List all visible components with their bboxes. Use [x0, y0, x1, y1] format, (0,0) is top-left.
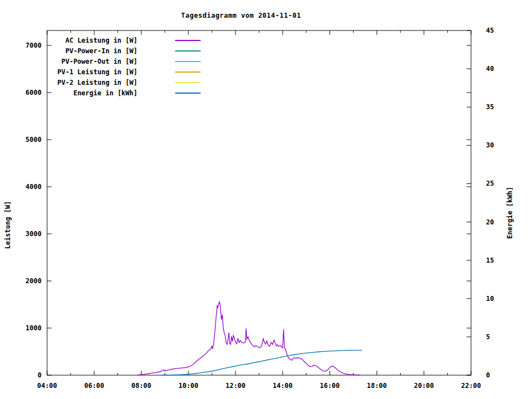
- legend-label: PV-2 Leistung in [W]: [47, 79, 137, 86]
- legend-row-energie: Energie in [kWh]: [47, 88, 201, 98]
- y2-tick-label: 10: [486, 295, 494, 303]
- series-line-energie-in-kwh: [162, 350, 362, 375]
- y1-tick-label: 5000: [25, 136, 42, 144]
- legend-label: AC Leistung in [W]: [47, 37, 137, 44]
- legend-label: PV-1 Leistung in [W]: [47, 68, 137, 76]
- x-tick-label: 20:00: [414, 382, 434, 390]
- legend-label: PV-Power-In in [W]: [47, 47, 137, 55]
- x-tick-label: 04:00: [37, 382, 57, 390]
- x-tick-label: 10:00: [178, 382, 198, 390]
- y2-tick-label: 25: [486, 180, 494, 187]
- y1-tick-label: 0: [38, 371, 42, 379]
- legend-row-pv-power-in: PV-Power-In in [W]: [47, 45, 201, 56]
- legend: AC Leistung in [W] PV-Power-In in [W] PV…: [47, 35, 201, 98]
- legend-row-pv2-leistung: PV-2 Leistung in [W]: [47, 77, 201, 88]
- y1-tick-label: 6000: [25, 89, 42, 96]
- legend-label: Energie in [kWh]: [47, 89, 137, 97]
- y2-tick-label: 15: [486, 257, 494, 264]
- legend-line-sample: [175, 50, 201, 52]
- legend-line-sample: [175, 61, 201, 62]
- y-axis-label-right: Energie [kWh]: [506, 163, 514, 263]
- y1-tick-label: 4000: [25, 183, 42, 191]
- y2-tick-label: 35: [486, 103, 494, 111]
- chart-canvas: 04:0006:0008:0010:0012:0014:0016:0018:00…: [0, 0, 532, 399]
- legend-label: PV-Power-Out in [W]: [47, 58, 137, 65]
- legend-line-sample: [175, 40, 201, 41]
- chart-title: Tagesdiagramm vom 2014-11-01: [0, 12, 482, 19]
- x-tick-label: 12:00: [226, 382, 245, 390]
- x-tick-label: 14:00: [273, 382, 293, 390]
- y2-tick-label: 20: [486, 218, 494, 226]
- x-tick-label: 22:00: [461, 382, 481, 390]
- y2-tick-label: 5: [486, 333, 490, 341]
- legend-row-pv-power-out: PV-Power-Out in [W]: [47, 56, 201, 66]
- legend-line-sample: [175, 82, 201, 83]
- y1-tick-label: 7000: [25, 42, 42, 49]
- x-tick-label: 06:00: [84, 382, 104, 390]
- x-tick-label: 18:00: [367, 382, 387, 390]
- legend-row-ac-leistung: AC Leistung in [W]: [47, 35, 201, 45]
- y-axis-label-left: Leistung [W]: [4, 175, 12, 275]
- y1-tick-label: 2000: [25, 277, 42, 285]
- y2-tick-label: 0: [486, 371, 490, 379]
- y1-tick-label: 3000: [25, 230, 42, 238]
- legend-row-pv1-leistung: PV-1 Leistung in [W]: [47, 66, 201, 77]
- y1-tick-label: 1000: [25, 324, 42, 332]
- legend-line-sample: [175, 71, 201, 73]
- x-tick-label: 08:00: [131, 382, 151, 390]
- y2-tick-label: 30: [486, 141, 494, 149]
- x-tick-label: 16:00: [320, 382, 340, 390]
- y2-tick-label: 40: [486, 65, 494, 73]
- y2-tick-label: 45: [486, 27, 494, 34]
- legend-line-sample: [175, 93, 201, 94]
